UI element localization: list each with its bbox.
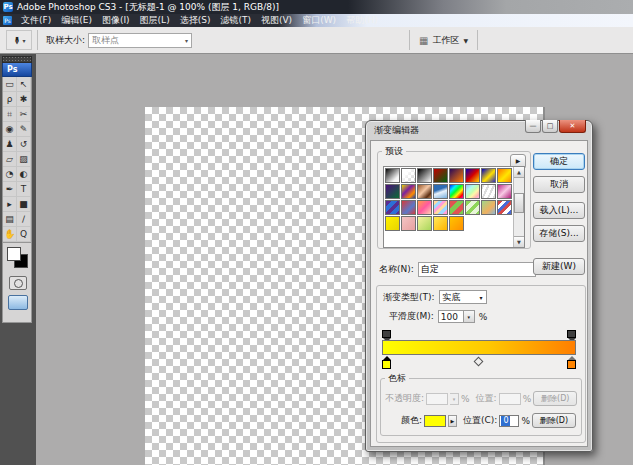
gradient-preset-swatch[interactable] [417, 184, 432, 199]
tool-dodge[interactable]: ◐ [17, 167, 31, 182]
gradient-preset-swatch[interactable] [401, 216, 416, 231]
scroll-down-icon[interactable]: ▼ [514, 236, 524, 247]
menu-help[interactable]: 帮助(H) [341, 14, 383, 27]
menu-select[interactable]: 选择(S) [175, 14, 216, 27]
ok-button[interactable]: 确定 [533, 153, 585, 170]
gradient-preset-swatch[interactable] [465, 168, 480, 183]
tool-magic-wand[interactable]: ✱ [17, 92, 31, 107]
tool-brush[interactable]: ✎ [17, 122, 31, 137]
gradient-preset-swatch[interactable] [449, 216, 464, 231]
menu-file[interactable]: 文件(F) [16, 14, 56, 27]
foreground-color-swatch[interactable] [7, 247, 21, 261]
cancel-button[interactable]: 取消 [533, 176, 585, 193]
gradient-preset-swatch[interactable] [497, 168, 512, 183]
quick-mask-button[interactable] [9, 276, 27, 290]
save-button[interactable]: 存储(S)... [533, 225, 585, 242]
delete-color-button[interactable]: 删除(D) [532, 413, 576, 428]
gradient-preset-swatch[interactable] [449, 184, 464, 199]
gradient-preview-bar[interactable] [382, 340, 576, 355]
tool-hand[interactable]: ✋ [3, 227, 17, 242]
smoothness-spinner[interactable]: ▾ [464, 310, 475, 323]
menu-layer[interactable]: 图层(L) [135, 14, 175, 27]
toolbox-grip[interactable] [2, 56, 32, 63]
tool-gradient[interactable]: ▨ [17, 152, 31, 167]
scroll-up-icon[interactable]: ▲ [514, 167, 524, 178]
gradient-preset-swatch[interactable] [417, 216, 432, 231]
eyedropper-tool-preview[interactable]: ✒ ▾ [6, 30, 32, 50]
workspace-button[interactable]: 工作区 [432, 34, 459, 47]
gradient-preset-swatch[interactable] [417, 168, 432, 183]
close-button[interactable]: ✕ [559, 120, 586, 133]
gradient-preset-swatch[interactable] [433, 168, 448, 183]
gradient-preset-swatch[interactable] [481, 168, 496, 183]
gradient-preset-swatch[interactable] [385, 184, 400, 199]
gradient-preset-swatch[interactable] [401, 200, 416, 215]
gradient-preset-swatch[interactable] [433, 200, 448, 215]
gradient-preset-swatch[interactable] [497, 184, 512, 199]
gradient-midpoint-marker[interactable] [474, 357, 484, 367]
name-input[interactable] [418, 262, 536, 277]
position-c-input[interactable]: 0 [499, 415, 519, 427]
gradient-preset-swatch[interactable] [385, 216, 400, 231]
gradient-preset-swatch[interactable] [449, 168, 464, 183]
screen-mode-button[interactable] [8, 295, 28, 310]
tool-type[interactable]: T [17, 182, 31, 197]
new-button[interactable]: 新建(W) [533, 258, 585, 275]
smoothness-value: 100 [441, 312, 458, 322]
gradient-type-dropdown[interactable]: 实底 ▾ [439, 290, 487, 304]
tool-spot-healing-brush[interactable]: ◉ [3, 122, 17, 137]
color-stop-end[interactable] [567, 356, 576, 369]
window-controls: — □ ✕ [524, 120, 586, 133]
tool-lasso[interactable]: ρ [3, 92, 17, 107]
gradient-preset-swatch[interactable] [465, 184, 480, 199]
tool-slice[interactable]: ✂ [17, 107, 31, 122]
gradient-preset-swatch[interactable] [465, 200, 480, 215]
toolbox-ps-header[interactable]: Ps [2, 63, 32, 77]
tool-rectangular-marquee[interactable]: ▭ [3, 77, 17, 92]
opacity-position-label: 位置: [476, 392, 497, 405]
gradient-preset-swatch[interactable] [385, 200, 400, 215]
smoothness-input[interactable]: 100 [438, 310, 464, 323]
document-icon[interactable]: Ps [3, 16, 12, 25]
window-title: Adobe Photoshop CS3 - [无标题-1 @ 100% (图层 … [17, 1, 279, 14]
gradient-preset-swatch[interactable] [417, 200, 432, 215]
gradient-preset-swatch[interactable] [481, 184, 496, 199]
scrollbar-thumb[interactable] [514, 193, 524, 213]
color-flyout-button[interactable]: ▶ [448, 415, 457, 427]
color-stop-start[interactable] [382, 356, 391, 369]
tool-crop[interactable]: ⌗ [3, 107, 17, 122]
tool-notes[interactable]: ▤ [3, 212, 17, 227]
minimize-button[interactable]: — [525, 120, 541, 133]
stop-color-swatch[interactable] [424, 415, 446, 427]
menu-filter[interactable]: 滤镜(T) [215, 14, 256, 27]
tool-path-selection[interactable]: ▸ [3, 197, 17, 212]
tool-zoom[interactable]: Q [17, 227, 31, 242]
tool-move[interactable]: ↖ [17, 77, 31, 92]
tool-clone-stamp[interactable]: ♟ [3, 137, 17, 152]
tool-pen[interactable]: ✒ [3, 182, 17, 197]
menu-view[interactable]: 视图(V) [256, 14, 297, 27]
menu-window[interactable]: 窗口(W) [297, 14, 341, 27]
load-button[interactable]: 载入(L)... [533, 202, 585, 219]
tool-shape[interactable]: ■ [17, 197, 31, 212]
gradient-preset-swatch[interactable] [401, 184, 416, 199]
tool-blur[interactable]: ◔ [3, 167, 17, 182]
presets-scrollbar[interactable]: ▲ ▼ [513, 167, 524, 247]
gradient-preset-swatch[interactable] [497, 200, 512, 215]
sample-size-dropdown[interactable]: 取样点 ▾ [88, 33, 192, 48]
gradient-preset-swatch[interactable] [385, 168, 400, 183]
menu-image[interactable]: 图像(I) [97, 14, 135, 27]
tool-eyedropper[interactable]: ∕ [17, 212, 31, 227]
gradient-preset-swatch[interactable] [401, 168, 416, 183]
gradient-preset-swatch[interactable] [433, 184, 448, 199]
menu-edit[interactable]: 编辑(E) [56, 14, 97, 27]
gradient-preset-swatch[interactable] [449, 200, 464, 215]
gradient-preset-swatch[interactable] [481, 200, 496, 215]
tool-history-brush[interactable]: ↺ [17, 137, 31, 152]
gradient-preset-swatch[interactable] [433, 216, 448, 231]
toolbox-extras [2, 243, 32, 323]
delete-opacity-button: 删除(D) [533, 391, 577, 406]
tool-eraser[interactable]: ▱ [3, 152, 17, 167]
maximize-button[interactable]: □ [542, 120, 558, 133]
dialog-titlebar[interactable]: 渐变编辑器 — □ ✕ [366, 121, 592, 140]
